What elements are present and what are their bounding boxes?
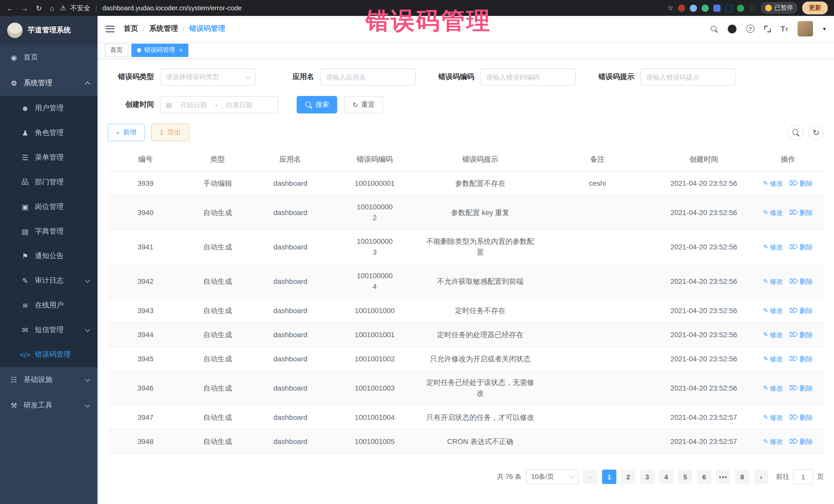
edit-link[interactable]: ✎修改 (763, 207, 783, 218)
page-button-2[interactable]: 2 (621, 469, 635, 484)
hamburger-icon[interactable] (106, 25, 114, 32)
page-button-5[interactable]: 5 (678, 469, 692, 484)
sidebar-item-dev-tools[interactable]: ⚒ 研发工具 (0, 393, 97, 418)
delete-link[interactable]: ⌦删除 (789, 207, 813, 218)
error-code-input[interactable] (486, 73, 570, 81)
extension-icon-5[interactable] (725, 4, 732, 12)
sidebar-item-online-users[interactable]: ≋ 在线用户 (0, 293, 97, 318)
logo[interactable]: 芋道管理系统 (0, 16, 97, 45)
error-type-select[interactable]: 请选择错误码类型 (160, 68, 256, 86)
cell-code: 1001001001 (328, 323, 421, 347)
edit-link[interactable]: ✎修改 (763, 436, 783, 447)
page-button-3[interactable]: 3 (640, 469, 654, 484)
extension-icon-1[interactable] (678, 4, 685, 12)
forward-icon[interactable]: → (21, 4, 28, 12)
edit-label: 修改 (770, 329, 783, 340)
cell-type: 自动生成 (183, 347, 252, 371)
breadcrumb-item[interactable]: 首页 (124, 24, 138, 34)
edit-link[interactable]: ✎修改 (763, 305, 783, 316)
delete-link[interactable]: ⌦删除 (789, 412, 813, 423)
cell-time: 2021-04-20 23:52:57 (655, 405, 752, 429)
edit-link[interactable]: ✎修改 (763, 178, 783, 189)
sidebar-item-dictionary[interactable]: ▤ 字典管理 (0, 219, 97, 244)
page-button-4[interactable]: 4 (659, 469, 673, 484)
edit-link[interactable]: ✎修改 (763, 329, 783, 340)
export-button[interactable]: ↧ 导出 (151, 124, 189, 141)
page-button-8[interactable]: 8 (735, 469, 749, 484)
app-name-input[interactable] (326, 73, 410, 81)
delete-link[interactable]: ⌦删除 (789, 329, 813, 340)
extension-icon-6[interactable] (737, 4, 744, 12)
fullscreen-icon[interactable] (764, 25, 771, 32)
end-date-input[interactable] (220, 101, 257, 109)
page-button-1[interactable]: 1 (602, 469, 616, 484)
page-button-6[interactable]: 6 (697, 469, 711, 484)
bookmark-star-icon[interactable]: ☆ (667, 4, 673, 12)
tab-error-code[interactable]: 错误码管理 × (131, 43, 188, 57)
error-message-input[interactable] (646, 73, 730, 81)
sidebar-item-posts[interactable]: ▣ 岗位管理 (0, 195, 97, 219)
cell-time: 2021-04-20 23:52:56 (655, 171, 752, 195)
profile-paused-chip[interactable]: 已暂停 (761, 2, 797, 14)
delete-link[interactable]: ⌦删除 (789, 354, 813, 365)
extension-icon-3[interactable] (702, 4, 709, 12)
sidebar-item-departments[interactable]: 品 部门管理 (0, 170, 97, 195)
prev-page-button[interactable]: ‹ (583, 469, 597, 484)
close-icon[interactable]: × (179, 46, 183, 53)
sidebar-item-roles[interactable]: ♟ 角色管理 (0, 120, 97, 145)
sidebar-item-audit-log[interactable]: ✎ 审计日志 (0, 268, 97, 293)
back-icon[interactable]: ← (6, 4, 13, 12)
sidebar-item-error-code[interactable]: </> 错误码管理 (0, 342, 97, 367)
font-size-icon[interactable] (781, 24, 788, 34)
sidebar-item-label: 通知公告 (35, 251, 64, 261)
search-button[interactable]: 搜索 (297, 96, 337, 113)
dictionary-icon: ▤ (20, 227, 31, 236)
sidebar-item-menus[interactable]: ☰ 菜单管理 (0, 145, 97, 170)
sidebar-item-announcements[interactable]: ⚑ 通知公告 (0, 244, 97, 268)
edit-link[interactable]: ✎修改 (763, 242, 783, 253)
delete-link[interactable]: ⌦删除 (789, 305, 813, 316)
cell-type: 自动生成 (183, 195, 252, 230)
delete-link[interactable]: ⌦删除 (789, 178, 813, 189)
extension-pin-icon[interactable] (749, 4, 756, 12)
home-icon[interactable]: ⌂ (49, 4, 54, 12)
extension-icon-4[interactable] (714, 4, 721, 12)
breadcrumb-current: 错误码管理 (190, 24, 225, 34)
next-page-button[interactable]: › (754, 469, 768, 484)
date-range-picker[interactable]: ▦ - (160, 96, 278, 113)
toolbar-search-button[interactable] (788, 125, 803, 140)
more-pages-button[interactable]: ••• (716, 469, 730, 484)
edit-link[interactable]: ✎修改 (763, 276, 783, 287)
delete-link[interactable]: ⌦删除 (789, 242, 813, 253)
delete-link[interactable]: ⌦删除 (789, 276, 813, 287)
sidebar-item-home[interactable]: ◉ 首页 (0, 45, 97, 70)
toolbar-refresh-button[interactable]: ↻ (808, 125, 824, 140)
chrome-update-button[interactable]: 更新 (802, 2, 828, 14)
reset-button[interactable]: ↻ 重置 (344, 96, 383, 113)
edit-link[interactable]: ✎修改 (763, 383, 783, 394)
sidebar-item-infrastructure[interactable]: ☷ 基础设施 (0, 367, 97, 393)
edit-link[interactable]: ✎修改 (763, 412, 783, 423)
export-button-label: 导出 (168, 128, 181, 137)
delete-link[interactable]: ⌦删除 (789, 383, 813, 394)
add-button[interactable]: + 新增 (108, 124, 145, 141)
extension-icon-2[interactable] (690, 4, 697, 12)
goto-page-input[interactable] (793, 469, 813, 484)
search-icon[interactable] (710, 25, 718, 32)
page-size-select[interactable]: 10条/页 (526, 469, 578, 484)
github-icon[interactable] (728, 24, 737, 33)
sidebar-item-system[interactable]: ⚙ 系统管理 (0, 70, 97, 96)
delete-link[interactable]: ⌦删除 (789, 436, 813, 447)
user-avatar[interactable] (798, 21, 813, 37)
help-icon[interactable]: ? (746, 25, 754, 33)
tab-home[interactable]: 首页 (105, 43, 128, 57)
address-bar[interactable]: ⚠ 不安全 | dashboard.yudao.iocoder.cn/syste… (60, 3, 661, 13)
breadcrumb-item[interactable]: 系统管理 (149, 24, 178, 34)
start-date-input[interactable] (175, 101, 212, 109)
sidebar-item-sms[interactable]: ✉ 短信管理 (0, 318, 97, 342)
sidebar-item-users[interactable]: ☻ 用户管理 (0, 96, 97, 120)
caret-down-icon[interactable]: ▾ (823, 25, 826, 32)
cell-app: dashboard (252, 323, 328, 347)
reload-icon[interactable]: ↻ (36, 4, 42, 12)
edit-link[interactable]: ✎修改 (763, 354, 783, 365)
